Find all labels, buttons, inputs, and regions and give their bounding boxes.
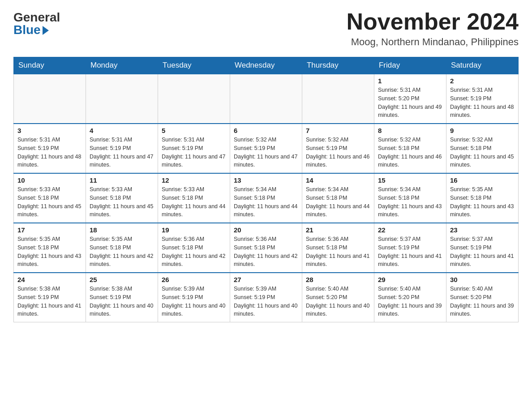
calendar-cell: 5Sunrise: 5:31 AM Sunset: 5:19 PM Daylig… — [158, 124, 230, 173]
col-saturday: Saturday — [446, 57, 518, 74]
day-number: 11 — [90, 176, 154, 184]
day-number: 10 — [17, 176, 82, 184]
day-number: 9 — [450, 127, 515, 134]
calendar-cell: 25Sunrise: 5:38 AM Sunset: 5:19 PM Dayli… — [86, 273, 158, 322]
day-info: Sunrise: 5:31 AM Sunset: 5:19 PM Dayligh… — [90, 136, 154, 169]
day-number: 27 — [234, 276, 298, 283]
day-info: Sunrise: 5:35 AM Sunset: 5:18 PM Dayligh… — [17, 235, 82, 269]
calendar-cell: 24Sunrise: 5:38 AM Sunset: 5:19 PM Dayli… — [14, 273, 86, 322]
calendar-week-row: 3Sunrise: 5:31 AM Sunset: 5:19 PM Daylig… — [14, 124, 519, 173]
day-info: Sunrise: 5:35 AM Sunset: 5:18 PM Dayligh… — [90, 235, 154, 269]
calendar-cell: 20Sunrise: 5:36 AM Sunset: 5:18 PM Dayli… — [230, 223, 302, 273]
day-info: Sunrise: 5:36 AM Sunset: 5:18 PM Dayligh… — [162, 235, 226, 269]
day-info: Sunrise: 5:31 AM Sunset: 5:19 PM Dayligh… — [162, 136, 226, 169]
col-monday: Monday — [86, 57, 158, 74]
day-info: Sunrise: 5:38 AM Sunset: 5:19 PM Dayligh… — [17, 285, 82, 318]
day-info: Sunrise: 5:31 AM Sunset: 5:19 PM Dayligh… — [17, 136, 82, 169]
calendar-week-row: 24Sunrise: 5:38 AM Sunset: 5:19 PM Dayli… — [14, 273, 519, 322]
calendar-cell: 30Sunrise: 5:40 AM Sunset: 5:20 PM Dayli… — [446, 273, 518, 322]
calendar-cell: 6Sunrise: 5:32 AM Sunset: 5:19 PM Daylig… — [230, 124, 302, 173]
calendar-cell: 11Sunrise: 5:33 AM Sunset: 5:18 PM Dayli… — [86, 173, 158, 223]
calendar-week-row: 10Sunrise: 5:33 AM Sunset: 5:18 PM Dayli… — [14, 173, 519, 223]
calendar-cell: 12Sunrise: 5:33 AM Sunset: 5:18 PM Dayli… — [158, 173, 230, 223]
day-number: 23 — [450, 226, 515, 234]
page-header: General Blue November 2024 Moog, Norther… — [13, 9, 519, 48]
month-title: November 2024 — [347, 9, 519, 34]
calendar-table: Sunday Monday Tuesday Wednesday Thursday… — [13, 57, 519, 322]
day-info: Sunrise: 5:34 AM Sunset: 5:18 PM Dayligh… — [234, 185, 298, 219]
calendar-cell: 29Sunrise: 5:40 AM Sunset: 5:20 PM Dayli… — [374, 273, 446, 322]
calendar-cell: 17Sunrise: 5:35 AM Sunset: 5:18 PM Dayli… — [14, 223, 86, 273]
col-tuesday: Tuesday — [158, 57, 230, 74]
calendar-cell: 27Sunrise: 5:39 AM Sunset: 5:19 PM Dayli… — [230, 273, 302, 322]
day-number: 2 — [450, 77, 515, 85]
day-number: 29 — [378, 276, 442, 283]
day-number: 4 — [90, 127, 154, 134]
day-number: 1 — [378, 77, 442, 85]
day-number: 21 — [306, 226, 370, 234]
day-info: Sunrise: 5:33 AM Sunset: 5:18 PM Dayligh… — [162, 185, 226, 219]
day-number: 19 — [162, 226, 226, 234]
col-friday: Friday — [374, 57, 446, 74]
calendar-week-row: 1Sunrise: 5:31 AM Sunset: 5:20 PM Daylig… — [14, 74, 519, 124]
calendar-cell: 9Sunrise: 5:32 AM Sunset: 5:18 PM Daylig… — [446, 124, 518, 173]
day-number: 20 — [234, 226, 298, 234]
day-number: 24 — [17, 276, 82, 283]
day-number: 12 — [162, 176, 226, 184]
day-number: 6 — [234, 127, 298, 134]
logo-blue-text: Blue — [13, 24, 49, 36]
calendar-cell: 14Sunrise: 5:34 AM Sunset: 5:18 PM Dayli… — [302, 173, 374, 223]
calendar-cell: 3Sunrise: 5:31 AM Sunset: 5:19 PM Daylig… — [14, 124, 86, 173]
day-info: Sunrise: 5:31 AM Sunset: 5:19 PM Dayligh… — [450, 86, 515, 120]
day-info: Sunrise: 5:38 AM Sunset: 5:19 PM Dayligh… — [90, 285, 154, 318]
calendar-header-row: Sunday Monday Tuesday Wednesday Thursday… — [14, 57, 519, 74]
day-info: Sunrise: 5:36 AM Sunset: 5:18 PM Dayligh… — [306, 235, 370, 269]
calendar-cell: 23Sunrise: 5:37 AM Sunset: 5:19 PM Dayli… — [446, 223, 518, 273]
day-info: Sunrise: 5:32 AM Sunset: 5:19 PM Dayligh… — [306, 136, 370, 169]
day-number: 7 — [306, 127, 370, 134]
calendar-cell: 7Sunrise: 5:32 AM Sunset: 5:19 PM Daylig… — [302, 124, 374, 173]
logo: General Blue — [13, 9, 60, 36]
day-number: 26 — [162, 276, 226, 283]
day-info: Sunrise: 5:31 AM Sunset: 5:20 PM Dayligh… — [378, 86, 442, 120]
calendar-cell: 21Sunrise: 5:36 AM Sunset: 5:18 PM Dayli… — [302, 223, 374, 273]
day-info: Sunrise: 5:33 AM Sunset: 5:18 PM Dayligh… — [90, 185, 154, 219]
day-number: 8 — [378, 127, 442, 134]
day-info: Sunrise: 5:32 AM Sunset: 5:18 PM Dayligh… — [378, 136, 442, 169]
col-wednesday: Wednesday — [230, 57, 302, 74]
calendar-cell: 15Sunrise: 5:34 AM Sunset: 5:18 PM Dayli… — [374, 173, 446, 223]
calendar-cell — [86, 74, 158, 124]
calendar-cell: 8Sunrise: 5:32 AM Sunset: 5:18 PM Daylig… — [374, 124, 446, 173]
day-info: Sunrise: 5:40 AM Sunset: 5:20 PM Dayligh… — [306, 285, 370, 318]
location-title: Moog, Northern Mindanao, Philippines — [347, 36, 519, 48]
calendar-cell: 10Sunrise: 5:33 AM Sunset: 5:18 PM Dayli… — [14, 173, 86, 223]
day-number: 17 — [17, 226, 82, 234]
calendar-cell: 18Sunrise: 5:35 AM Sunset: 5:18 PM Dayli… — [86, 223, 158, 273]
calendar-cell — [302, 74, 374, 124]
day-info: Sunrise: 5:39 AM Sunset: 5:19 PM Dayligh… — [234, 285, 298, 318]
calendar-cell: 26Sunrise: 5:39 AM Sunset: 5:19 PM Dayli… — [158, 273, 230, 322]
day-info: Sunrise: 5:40 AM Sunset: 5:20 PM Dayligh… — [450, 285, 515, 318]
calendar-week-row: 17Sunrise: 5:35 AM Sunset: 5:18 PM Dayli… — [14, 223, 519, 273]
day-number: 5 — [162, 127, 226, 134]
calendar-cell: 13Sunrise: 5:34 AM Sunset: 5:18 PM Dayli… — [230, 173, 302, 223]
calendar-cell: 1Sunrise: 5:31 AM Sunset: 5:20 PM Daylig… — [374, 74, 446, 124]
day-number: 28 — [306, 276, 370, 283]
day-number: 13 — [234, 176, 298, 184]
calendar-cell — [230, 74, 302, 124]
title-area: November 2024 Moog, Northern Mindanao, P… — [347, 9, 519, 48]
day-info: Sunrise: 5:34 AM Sunset: 5:18 PM Dayligh… — [378, 185, 442, 219]
calendar-cell: 22Sunrise: 5:37 AM Sunset: 5:19 PM Dayli… — [374, 223, 446, 273]
calendar-cell — [14, 74, 86, 124]
col-thursday: Thursday — [302, 57, 374, 74]
day-number: 14 — [306, 176, 370, 184]
day-info: Sunrise: 5:35 AM Sunset: 5:18 PM Dayligh… — [450, 185, 515, 219]
day-info: Sunrise: 5:39 AM Sunset: 5:19 PM Dayligh… — [162, 285, 226, 318]
logo-arrow-icon — [43, 26, 49, 35]
calendar-cell: 2Sunrise: 5:31 AM Sunset: 5:19 PM Daylig… — [446, 74, 518, 124]
day-number: 18 — [90, 226, 154, 234]
day-info: Sunrise: 5:33 AM Sunset: 5:18 PM Dayligh… — [17, 185, 82, 219]
day-info: Sunrise: 5:32 AM Sunset: 5:18 PM Dayligh… — [450, 136, 515, 169]
day-number: 3 — [17, 127, 82, 134]
day-info: Sunrise: 5:37 AM Sunset: 5:19 PM Dayligh… — [378, 235, 442, 269]
